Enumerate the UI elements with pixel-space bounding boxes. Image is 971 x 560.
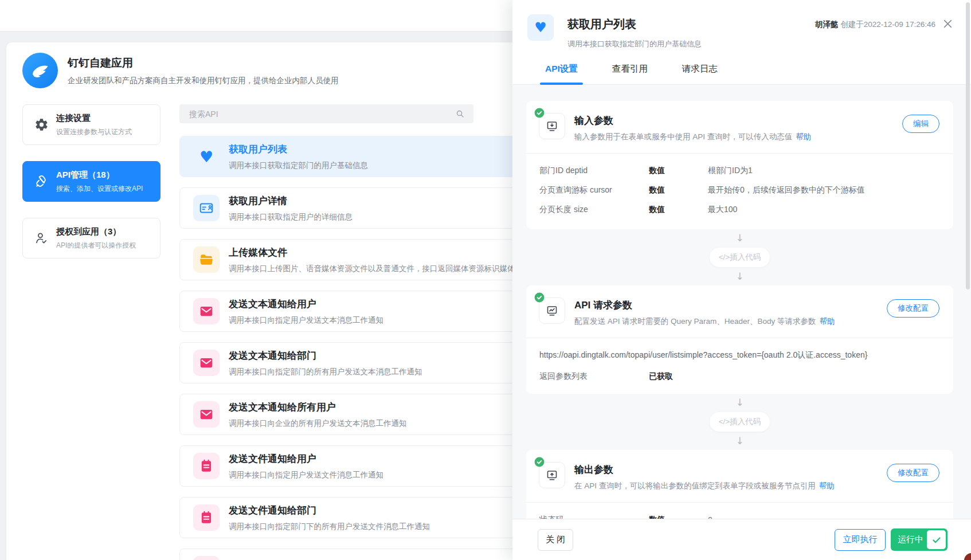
drawer-subtitle: 调用本接口获取指定部门的用户基础信息: [567, 39, 702, 49]
param-desc: 最大100: [708, 205, 737, 215]
list-item[interactable]: 发送文本通知给部门 调用本接口向指定部门的所有用户发送文本消息工作通知: [179, 342, 512, 383]
input-params-card: 输入参数 输入参数用于在表单或服务中使用 API 查询时，可以传入动态值帮助 编…: [526, 101, 953, 229]
list-item-title: 发送文本通知给用户: [229, 297, 383, 311]
drawer-header: ♥ 获取用户列表 调用本接口获取指定部门的用户基础信息 胡泽懿 创建于2022-…: [512, 0, 971, 55]
list-item-title: 发送文本通知给所有用户: [229, 401, 407, 414]
sidebar-item-connection-settings[interactable]: 连接设置 设置连接参数与认证方式: [22, 104, 160, 145]
tab-api-settings[interactable]: API设置: [545, 63, 578, 85]
close-icon[interactable]: [941, 17, 954, 30]
list-item-desc: 调用本接口获取指定部门的用户基础信息: [229, 160, 368, 171]
created-time: 创建于2022-12-09 17:26:46: [840, 20, 935, 29]
list-item[interactable]: 上传媒体文件 调用本接口上传图片、语音媒体资源文件以及普通文件，接口返回媒体资源…: [179, 239, 512, 280]
main-page: 钉钉自建应用 企业研发团队和产品方案商自主开发和使用钉钉应用，提供给企业内部人员…: [0, 0, 512, 560]
list-item[interactable]: 发送文件通知给部门 调用本接口向指定部门下的所有用户发送文件消息工作通知: [179, 497, 512, 538]
flow-connector: ↓ </>插入代码 ↓: [526, 394, 953, 450]
running-label: 运行中: [898, 534, 923, 545]
param-row: 分页查询游标 cursor 数值 最开始传0，后续传返回参数中的下个游标值: [526, 181, 953, 200]
success-check-badge: [534, 108, 545, 120]
param-row: 分页长度 size 数值 最大100: [526, 200, 953, 220]
sidebar-item-sublabel: 设置连接参数与认证方式: [56, 127, 132, 137]
running-toggle[interactable]: 运行中: [891, 528, 947, 551]
api-detail-drawer: ♥ 获取用户列表 调用本接口获取指定部门的用户基础信息 胡泽懿 创建于2022-…: [512, 0, 971, 560]
param-type: 数值: [649, 205, 708, 215]
top-nav-bar: [0, 0, 512, 32]
section-title: 输出参数: [574, 463, 835, 476]
list-item-desc: 调用本接口向企业的所有用户发送文本消息工作通知: [229, 418, 407, 429]
tab-view-references[interactable]: 查看引用: [612, 63, 648, 85]
list-item-desc: 调用本接口向指定部门的所有用户发送文本消息工作通知: [229, 367, 422, 377]
id-card-icon: [193, 195, 220, 221]
api-search: [179, 104, 473, 123]
help-link[interactable]: 帮助: [820, 317, 835, 326]
mail-icon: [193, 350, 220, 376]
arrow-down-icon: ↓: [735, 271, 743, 282]
sidebar-item-api-management[interactable]: API管理（18） 搜索、添加、设置或修改API: [22, 161, 160, 202]
flow-connector: ↓ </>插入代码 ↓: [526, 229, 953, 285]
creator-name: 胡泽懿: [815, 20, 839, 29]
section-title: API 请求参数: [574, 299, 835, 312]
sidebar-item-authorized-apps[interactable]: 授权到应用（3） API的提供者可以操作授权: [22, 218, 160, 259]
api-plug-icon: [33, 174, 49, 189]
list-item-desc: 调用本接口向指定用户发送文件消息工作通知: [229, 470, 383, 480]
list-item-desc: 调用本接口向指定部门下的所有用户发送文件消息工作通知: [229, 522, 430, 532]
success-check-badge: [534, 457, 545, 469]
modify-config-button[interactable]: 修改配置: [887, 464, 939, 482]
drawer-tabs: API设置 查看引用 请求日志: [512, 55, 971, 85]
search-icon: [456, 109, 464, 120]
sidebar-item-label: 连接设置: [56, 113, 132, 124]
section-desc: 输入参数用于在表单或服务中使用 API 查询时，可以传入动态值: [574, 132, 792, 141]
list-item[interactable]: ♥ 获取用户列表 调用本接口获取指定部门的用户基础信息: [179, 136, 512, 177]
param-label: 分页查询游标 cursor: [539, 185, 649, 195]
param-label: 部门ID deptid: [539, 166, 649, 176]
toggle-check-icon: [927, 530, 946, 549]
heart-icon: ♥: [193, 143, 220, 170]
param-label: 状态码: [539, 515, 649, 519]
gear-icon: [33, 118, 49, 132]
edit-button[interactable]: 编辑: [902, 115, 939, 133]
tab-request-logs[interactable]: 请求日志: [682, 63, 718, 85]
list-item-desc: 调用本接口获取指定用户的详细信息: [229, 212, 353, 222]
close-button[interactable]: 关 闭: [538, 529, 573, 551]
scrollbar-thumb[interactable]: [966, 2, 970, 289]
list-item-title: 发送文件通知给用户: [229, 452, 383, 465]
list-item-title: 发送文本通知给部门: [229, 349, 422, 362]
list-item-title: 发送文件通知给部门: [229, 504, 430, 517]
drawer-footer: 关 闭 立即执行 运行中: [512, 519, 971, 560]
creator-meta: 胡泽懿 创建于2022-12-09 17:26:46: [815, 19, 935, 30]
page: 钉钉自建应用 企业研发团队和产品方案商自主开发和使用钉钉应用，提供给企业内部人员…: [0, 0, 971, 560]
list-item[interactable]: 发送文件通知给所有用户: [179, 549, 512, 560]
section-desc: 在 API 查询时，可以将输出参数的值绑定到表单字段或被服务节点引用: [574, 481, 816, 490]
modify-config-button[interactable]: 修改配置: [887, 299, 939, 318]
output-params-card: 输出参数 在 API 查询时，可以将输出参数的值绑定到表单字段或被服务节点引用帮…: [526, 450, 953, 519]
app-title: 钉钉自建应用: [68, 56, 339, 71]
list-item[interactable]: 发送文本通知给所有用户 调用本接口向企业的所有用户发送文本消息工作通知: [179, 394, 512, 435]
list-item-desc: 调用本接口向指定用户发送文本消息工作通知: [229, 315, 383, 326]
help-link[interactable]: 帮助: [796, 132, 811, 141]
dingtalk-wing-icon: [30, 60, 50, 81]
app-subtitle: 企业研发团队和产品方案商自主开发和使用钉钉应用，提供给企业内部人员使用: [68, 76, 339, 86]
param-type: 数值: [649, 185, 708, 195]
list-item[interactable]: 获取用户详情 调用本接口获取指定用户的详细信息: [179, 187, 512, 229]
sidebar-item-sublabel: API的提供者可以操作授权: [56, 241, 136, 250]
execute-now-button[interactable]: 立即执行: [835, 529, 886, 551]
list-item-title: 上传媒体文件: [229, 246, 512, 259]
help-link[interactable]: 帮助: [819, 481, 835, 490]
list-item[interactable]: 发送文本通知给用户 调用本接口向指定用户发送文本消息工作通知: [179, 291, 512, 332]
app-card: 钉钉自建应用 企业研发团队和产品方案商自主开发和使用钉钉应用，提供给企业内部人员…: [6, 42, 512, 560]
clipboard-icon: [193, 453, 220, 479]
clipboard-icon: [193, 504, 220, 531]
arrow-down-icon: ↓: [735, 435, 743, 447]
success-check-badge: [534, 292, 545, 305]
list-item-title: 获取用户详情: [229, 194, 353, 207]
folder-icon: [193, 246, 220, 273]
insert-code-button[interactable]: </>插入代码: [710, 248, 770, 267]
insert-code-button[interactable]: </>插入代码: [710, 412, 770, 432]
search-input[interactable]: [179, 104, 473, 123]
request-url: https://oapi.dingtalk.com/topapi/user/li…: [526, 338, 953, 361]
person-check-icon: [33, 231, 49, 245]
list-item[interactable]: 发送文件通知给用户 调用本接口向指定用户发送文件消息工作通知: [179, 445, 512, 487]
heart-icon: ♥: [527, 14, 554, 41]
param-type: 数值: [649, 515, 708, 519]
app-header: 钉钉自建应用 企业研发团队和产品方案商自主开发和使用钉钉应用，提供给企业内部人员…: [22, 53, 339, 88]
arrow-down-icon: ↓: [735, 397, 743, 408]
